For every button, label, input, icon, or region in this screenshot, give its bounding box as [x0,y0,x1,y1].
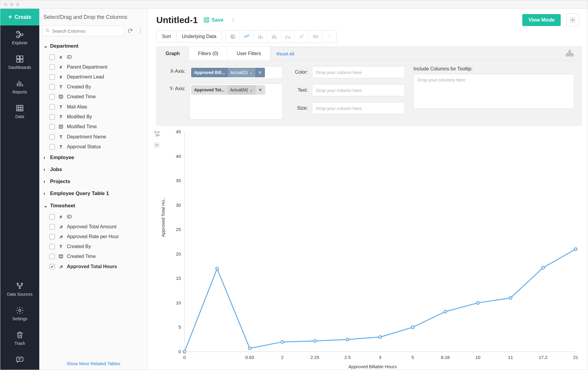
data-sources-icon [16,282,24,290]
column-item[interactable]: 12Created Time [44,92,143,102]
sort-button[interactable]: Sort [157,31,176,42]
svg-point-40 [303,34,304,35]
rail-item-help[interactable] [0,351,39,370]
checkbox[interactable] [50,134,55,140]
header-more-button[interactable]: ⋮ [229,16,237,24]
column-type-icon: .# [58,234,64,239]
group-head-timesheet[interactable]: ⌄Timesheet [44,200,143,212]
column-item[interactable]: 12Modified Time [44,122,143,132]
svg-text:12: 12 [60,126,62,128]
checkbox[interactable] [50,84,55,90]
rail-item-explorer[interactable]: Explorer [0,25,39,50]
group-head-employee-query-table-1[interactable]: ›Employee Query Table 1 [44,188,143,200]
rail-item-reports[interactable]: Reports [0,75,39,99]
svg-rect-42 [569,51,571,52]
x-axis-pill-remove[interactable]: ✕ [255,70,265,75]
checkbox[interactable] [50,104,55,110]
map-chart-icon[interactable] [309,31,322,43]
column-item[interactable]: #ID [44,212,143,222]
underlying-data-button[interactable]: Underlying Data [176,31,222,42]
hierarchy-icon[interactable] [564,49,575,59]
tab-filters[interactable]: Filters (0) [189,47,228,61]
pie-chart-icon[interactable] [226,31,240,43]
column-item[interactable]: TMail Alias [44,102,143,112]
checkbox[interactable] [50,94,55,99]
group-head-employee[interactable]: ›Employee [44,152,143,164]
svg-rect-4 [20,56,23,59]
svg-text:0.63: 0.63 [245,355,254,360]
settings-button[interactable] [566,13,579,27]
y-axis-agg-dropdown[interactable]: Actual(M)⌄ [228,85,256,95]
traffic-light-min[interactable] [10,3,14,6]
column-item[interactable]: #Department Lead [44,72,143,82]
y-axis-pill[interactable]: Approved Tot... Actual(M)⌄ ✕ [191,85,265,95]
group-head-jobs[interactable]: ›Jobs [44,164,143,176]
checkbox[interactable] [50,55,55,60]
column-item[interactable]: TDepartment Name [44,132,143,142]
checkbox[interactable] [50,254,55,259]
save-button[interactable]: * Save [203,17,224,23]
create-button[interactable]: + Create [0,9,39,25]
bar-chart-icon[interactable] [254,31,267,43]
search-input[interactable] [42,25,124,36]
tab-user-filters[interactable]: User Filters [228,47,271,61]
column-item[interactable]: TModified By [44,112,143,122]
group-head-projects[interactable]: ›Projects [44,176,143,188]
text-dropzone[interactable]: Drop your column here [312,84,405,96]
column-item[interactable]: .#Approved Total Hours [44,262,143,271]
chevron-down-icon: ⌄ [249,70,253,75]
rail-item-data[interactable]: Data [0,99,39,124]
column-label: ID [67,55,72,60]
color-dropzone[interactable]: Drop your column here [312,66,405,78]
columns-list[interactable]: ⌄Department#ID#Parent Department#Departm… [39,39,148,357]
checkbox[interactable] [50,244,55,249]
y-axis-dropzone[interactable]: Approved Tot... Actual(M)⌄ ✕ [190,84,283,120]
refresh-button[interactable] [126,27,134,35]
svg-text:40: 40 [176,154,181,159]
chart-settings-button[interactable] [154,142,160,149]
checkbox[interactable] [50,224,55,229]
traffic-light-close[interactable] [4,3,8,6]
checkbox[interactable] [50,64,55,70]
x-axis-agg-dropdown[interactable]: Actual(D)⌄ [228,68,255,77]
size-dropzone[interactable]: Drop your column here [312,102,405,114]
tooltip-dropzone[interactable]: Drop your columns here [413,74,574,109]
more-button[interactable]: ⋮ [136,27,145,35]
checkbox[interactable] [50,234,55,239]
rail-item-settings[interactable]: Settings [0,301,39,326]
chevron-down-icon: ⌄ [44,43,48,49]
checkbox[interactable] [50,124,55,129]
column-item[interactable]: TCreated By [44,82,143,92]
checkbox[interactable] [50,114,55,120]
stacked-bar-icon[interactable] [267,31,281,43]
column-item[interactable]: TApproval Status [44,142,143,152]
column-item[interactable]: TCreated By [44,241,143,251]
checkbox[interactable] [50,74,55,80]
line-chart-icon[interactable] [240,31,254,43]
traffic-light-max[interactable] [16,3,20,6]
rail-item-trash[interactable]: Trash [0,326,39,351]
column-item[interactable]: 12Created Time [44,251,143,262]
column-item[interactable]: .#Approved Total Amount [44,222,143,232]
grouped-bar-icon[interactable] [281,31,295,43]
column-item[interactable]: #ID [44,52,143,62]
tab-graph[interactable]: Graph [157,47,189,61]
x-axis-dropzone[interactable]: Approved Bill... Actual(D)⌄ ✕ [190,66,283,79]
column-item[interactable]: .#Approved Rate per Hour [44,232,143,241]
scatter-chart-icon[interactable] [295,31,309,43]
x-axis-pill[interactable]: Approved Bill... Actual(D)⌄ ✕ [191,68,265,77]
y-axis-pill-remove[interactable]: ✕ [256,87,265,92]
checkbox[interactable] [50,144,55,149]
rail-item-dashboards[interactable]: Dashboards [0,50,39,75]
column-item[interactable]: #Parent Department [44,62,143,72]
show-more-link[interactable]: Show More Related Tables [67,361,120,366]
view-mode-button[interactable]: View Mode [522,14,561,26]
chart-more-button[interactable]: ⋮ [322,31,336,43]
group-head-department[interactable]: ⌄Department [44,40,143,52]
rail-item-data-sources[interactable]: Data Sources [0,277,39,301]
reset-all-link[interactable]: Reset All [270,51,294,56]
filter-add-button[interactable] [154,131,160,138]
column-type-icon: T [58,244,64,249]
checkbox[interactable] [50,264,55,269]
checkbox[interactable] [50,214,55,220]
